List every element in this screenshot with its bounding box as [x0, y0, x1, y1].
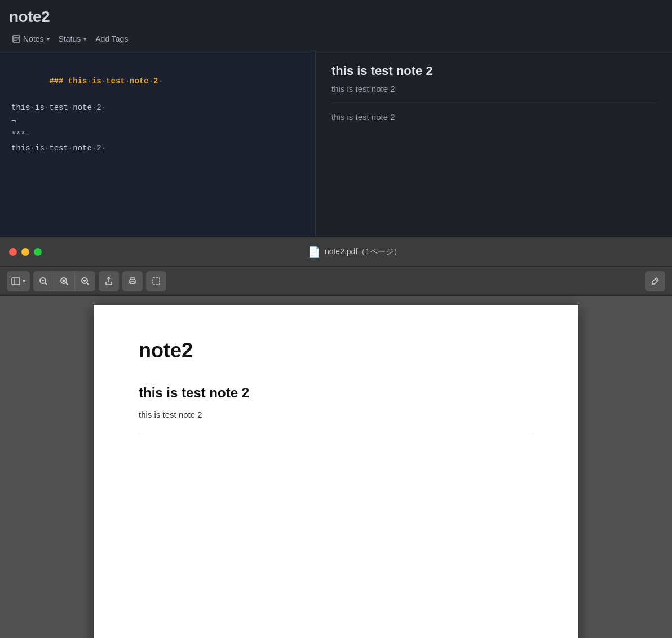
source-line-5: this·is·test·note·2· [11, 142, 304, 156]
svg-line-8 [45, 283, 47, 285]
traffic-light-minimize[interactable] [21, 248, 29, 256]
marquee-icon [152, 277, 161, 286]
pdf-file-icon: 📄 [308, 246, 320, 258]
pdf-content-area: note2 this is test note 2 this is test n… [0, 296, 672, 638]
svg-rect-4 [12, 278, 20, 285]
pdf-toolbar: ▾ [0, 267, 672, 296]
preview-paragraph-1: this is test note 2 [331, 84, 656, 94]
zoom-in-icon [81, 277, 90, 286]
pdf-zoom-reset-button[interactable] [54, 271, 75, 291]
status-menu-button[interactable]: Status ▾ [55, 33, 90, 45]
notes-label: Notes [23, 34, 44, 43]
notes-chevron-icon: ▾ [47, 36, 50, 42]
pdf-body-text: this is test note 2 [139, 410, 533, 419]
svg-line-19 [655, 279, 657, 281]
source-line-2: this·is·test·note·2· [11, 101, 304, 115]
pdf-sidebar-icon [11, 277, 20, 286]
source-line-1: ### this·is·test·note·2· [11, 61, 304, 101]
pdf-page: note2 this is test note 2 this is test n… [94, 305, 578, 638]
svg-rect-18 [153, 278, 160, 285]
pdf-zoom-out-button[interactable] [33, 271, 54, 291]
editor-toolbar: Notes ▾ Status ▾ Add Tags [0, 29, 672, 51]
pdf-marquee-button[interactable] [146, 271, 166, 291]
app-title: note2 [9, 8, 50, 25]
notes-icon [12, 35, 20, 43]
pdf-window-title: note2.pdf（1ページ） [325, 247, 401, 257]
pdf-page-title: note2 [139, 339, 533, 362]
pdf-titlebar: 📄 note2.pdf（1ページ） [0, 237, 672, 267]
annotate-icon [651, 277, 660, 286]
pdf-zoom-controls [33, 271, 95, 291]
pdf-sidebar-toggle-button[interactable]: ▾ [7, 271, 30, 291]
print-icon [128, 277, 137, 286]
zoom-reset-icon [60, 277, 69, 286]
pdf-viewer-window: 📄 note2.pdf（1ページ） ▾ [0, 237, 672, 638]
pdf-zoom-in-button[interactable] [75, 271, 95, 291]
traffic-light-close[interactable] [9, 248, 17, 256]
preview-paragraph-2: this is test note 2 [331, 112, 656, 122]
pdf-page-divider [139, 433, 533, 433]
preview-heading: this is test note 2 [331, 64, 656, 78]
traffic-light-maximize[interactable] [34, 248, 42, 256]
markdown-source-editor[interactable]: ### this·is·test·note·2· this·is·test·no… [0, 51, 316, 237]
zoom-out-icon [39, 277, 48, 286]
status-label: Status [59, 34, 81, 43]
note-editor-panel: note2 Notes ▾ Status ▾ Add Tags ### this… [0, 0, 672, 237]
pdf-print-button[interactable] [122, 271, 143, 291]
source-line-3: ¬ [11, 115, 304, 129]
preview-divider [331, 103, 656, 103]
svg-rect-17 [131, 282, 134, 283]
pdf-section-heading: this is test note 2 [139, 385, 533, 401]
svg-line-11 [66, 283, 68, 285]
pdf-annotate-button[interactable] [645, 271, 665, 291]
editor-split-view: ### this·is·test·note·2· this·is·test·no… [0, 51, 672, 237]
pdf-window-title-area: 📄 note2.pdf（1ページ） [46, 246, 663, 258]
markdown-preview-panel: this is test note 2 this is test note 2 … [316, 51, 672, 237]
svg-point-10 [63, 280, 65, 281]
pdf-share-button[interactable] [99, 271, 119, 291]
share-icon [104, 277, 113, 286]
svg-line-15 [87, 283, 89, 285]
app-title-bar: note2 [0, 0, 672, 29]
notes-menu-button[interactable]: Notes ▾ [9, 33, 53, 45]
source-line-4: ***· [11, 129, 304, 142]
add-tags-button[interactable]: Add Tags [92, 33, 131, 45]
pdf-sidebar-chevron-icon: ▾ [23, 278, 25, 284]
add-tags-label: Add Tags [95, 34, 128, 43]
status-chevron-icon: ▾ [83, 36, 86, 42]
